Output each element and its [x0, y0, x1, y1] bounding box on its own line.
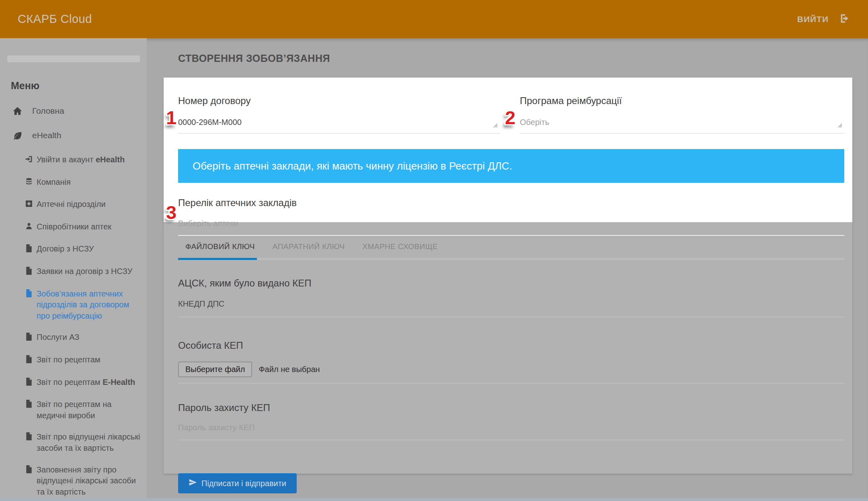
logout-button[interactable]: ВИЙТИ — [797, 13, 850, 26]
tab-file-key[interactable]: ФАЙЛОВИЙ КЛЮЧ — [178, 242, 262, 251]
file-icon — [25, 244, 33, 256]
tab-hardware-key[interactable]: АПАРАТНИЙ КЛЮЧ — [265, 242, 352, 251]
top-bar: СКАРБ Cloud ВИЙТИ — [0, 0, 868, 38]
file-icon — [25, 378, 33, 389]
acsk-select[interactable]: КНЕДП ДПС — [178, 299, 844, 317]
leaf-icon — [12, 131, 23, 141]
home-icon — [12, 106, 23, 116]
sidebar-item-nszu-contract[interactable]: Договір з НСЗУ — [25, 243, 142, 256]
sidebar-submenu: Увійти в акаунт eHealth Компанія Аптечні… — [25, 154, 142, 498]
sidebar-item-company[interactable]: Компанія — [25, 177, 142, 189]
key-password-label: Пароль захисту КЕП — [178, 402, 844, 413]
key-file-input-row: Выберите файл Файл не выбран — [178, 362, 844, 384]
reimbursement-program-label: Програма реімбурсації — [520, 95, 844, 106]
reimbursement-program-select[interactable]: Оберіть — [520, 118, 844, 134]
info-banner: Оберіть аптечні заклади, які мають чинну… — [178, 149, 844, 183]
page-title: СТВОРЕННЯ ЗОБОВ’ЯЗАННЯ — [178, 53, 868, 64]
sidebar-item-nszu-applications[interactable]: Заявки на договір з НСЗУ — [25, 266, 142, 278]
sidebar-item-obligations-reimbursement[interactable]: Зобов’язання аптечних підрозділів за дог… — [25, 288, 142, 322]
annotation-step-3: 3 — [166, 201, 176, 223]
sign-out-icon — [839, 13, 850, 26]
plus-square-icon — [25, 200, 33, 211]
brand-title: СКАРБ Cloud — [18, 12, 92, 26]
annotation-step-2: 2 — [505, 106, 515, 129]
sidebar-item-ehealth[interactable]: eHealth — [12, 131, 147, 141]
contract-number-value: 0000-296M-M000 — [178, 118, 242, 127]
logout-label: ВИЙТИ — [797, 14, 829, 24]
contract-number-select[interactable]: 0000-296M-M000 — [178, 118, 500, 134]
sidebar-menu-title: Меню — [11, 80, 147, 92]
app-window: СКАРБ Cloud ВИЙТИ Меню Головна eH — [0, 0, 868, 501]
contract-number-label: Номер договору — [178, 95, 500, 106]
sidebar-item-pharmacy-units[interactable]: Аптечні підрозділи — [25, 199, 142, 211]
key-type-tabs: ФАЙЛОВИЙ КЛЮЧ АПАРАТНИЙ КЛЮЧ ХМАРНЕ СХОВ… — [178, 242, 844, 251]
key-password-field-wrap — [178, 416, 844, 440]
sign-in-icon — [25, 155, 33, 166]
file-icon — [25, 267, 33, 278]
sidebar-item-home[interactable]: Головна — [12, 106, 147, 116]
reimbursement-program-placeholder: Оберіть — [520, 118, 549, 127]
sidebar-placeholder-bar — [7, 55, 140, 62]
dropdown-arrow-icon — [493, 123, 497, 127]
sidebar-item-recipes-report[interactable]: Звіт по рецептам — [25, 354, 142, 366]
pharmacies-placeholder: Виберіть аптеки — [178, 219, 238, 228]
file-icon — [25, 289, 33, 301]
choose-file-button[interactable]: Выберите файл — [178, 362, 252, 377]
sidebar-item-ehealth-login[interactable]: Увійти в акаунт eHealth — [25, 154, 142, 166]
signing-section: ФАЙЛОВИЙ КЛЮЧ АПАРАТНИЙ КЛЮЧ ХМАРНЕ СХОВ… — [164, 242, 852, 493]
send-icon — [189, 478, 197, 489]
tab-cloud-storage[interactable]: ХМАРНЕ СХОВИЩЕ — [355, 242, 445, 251]
file-status-text: Файл не выбран — [259, 365, 320, 374]
dropdown-arrow-icon — [837, 123, 842, 127]
file-icon — [25, 432, 33, 444]
sidebar: Меню Головна eHealth Увійти в ака — [0, 38, 147, 498]
active-tab-underline — [178, 258, 257, 260]
obligation-form-card: Номер договору 0000-296M-M000 Програма р… — [164, 78, 852, 222]
acsk-label: АЦСК, яким було видано КЕП — [178, 278, 844, 289]
tabs-divider — [178, 258, 844, 260]
sidebar-item-recipes-report-ehealth[interactable]: Звіт по рецептам E-Health — [25, 377, 142, 389]
user-icon — [25, 222, 33, 233]
info-banner-text: Оберіть аптечні заклади, які мають чинну… — [193, 160, 512, 172]
file-icon — [25, 465, 33, 476]
sidebar-item-medical-devices-report[interactable]: Звіт по рецептам на медичні вироби — [25, 399, 142, 421]
key-password-input[interactable] — [178, 416, 844, 440]
sidebar-item-az-services[interactable]: Послуги АЗ — [25, 332, 142, 344]
sidebar-item-pharmacy-staff[interactable]: Співробітники аптек — [25, 221, 142, 233]
sidebar-item-fill-dispensed-drugs-report[interactable]: Заповнення звіту про відпущені лікарські… — [25, 464, 142, 498]
acsk-value: КНЕДП ДПС — [178, 299, 224, 308]
sign-and-send-button[interactable]: Підписати і відправити — [178, 473, 297, 493]
file-icon — [25, 355, 33, 366]
pharmacies-select[interactable]: Виберіть аптеки — [178, 219, 844, 236]
annotation-step-1: 1 — [166, 106, 176, 129]
main-content: СТВОРЕННЯ ЗОБОВ’ЯЗАННЯ Номер договору 00… — [147, 38, 868, 498]
file-icon — [25, 400, 33, 411]
sidebar-item-dispensed-drugs-report[interactable]: Звіт про відпущені лікарські засоби та ї… — [25, 431, 142, 454]
bottom-edge-strip — [0, 498, 868, 501]
personal-key-label: Особиста КЕП — [178, 340, 844, 351]
file-icon — [25, 333, 33, 344]
pharmacies-list-label: Перелік аптечних закладів — [178, 197, 844, 209]
content-panel: Номер договору 0000-296M-M000 Програма р… — [164, 78, 852, 474]
database-icon — [25, 178, 33, 189]
